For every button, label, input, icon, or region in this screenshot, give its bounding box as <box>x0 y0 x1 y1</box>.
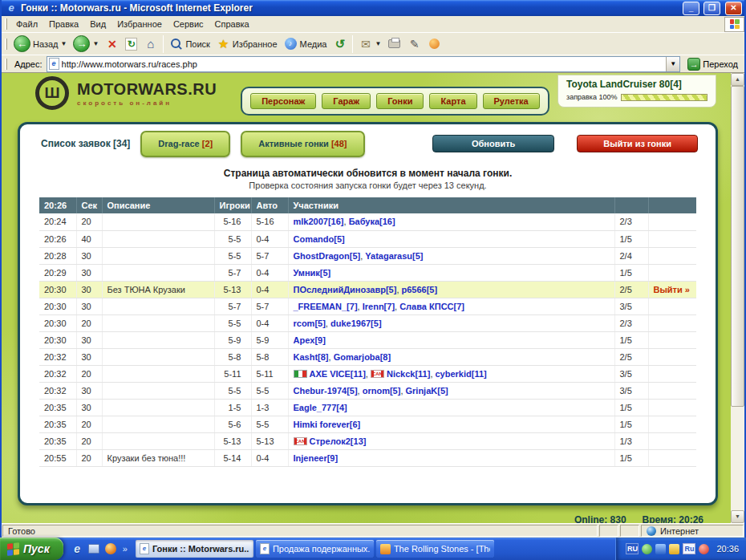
player-link[interactable]: Apex[9] <box>294 335 326 345</box>
player-link[interactable]: _FREEMAN_[7] <box>294 302 358 311</box>
menu-favorites[interactable]: Избранное <box>111 18 168 30</box>
player-link[interactable]: Nickck[11] <box>387 369 430 379</box>
tab-drag-race[interactable]: Drag-race [2] <box>140 131 230 157</box>
fuel-label: заправка 100% <box>566 93 617 101</box>
races-col-header-2: Описание <box>102 197 214 213</box>
messenger-button[interactable] <box>424 34 444 54</box>
player-link[interactable]: Irenn[7] <box>363 302 395 311</box>
player-link[interactable]: Стрелок2[13] <box>310 436 367 446</box>
address-dropdown-button[interactable]: ▼ <box>666 57 679 71</box>
scroll-down-button[interactable]: ▼ <box>731 510 744 523</box>
nav-button-character[interactable]: Персонаж <box>250 93 316 109</box>
maximize-button[interactable]: ❐ <box>703 2 720 15</box>
menu-edit[interactable]: Правка <box>43 18 84 30</box>
refresh-races-button[interactable]: Обновить <box>432 135 554 152</box>
player-link[interactable]: Injeneer[9] <box>294 453 339 463</box>
player-link[interactable]: mlk2007[16] <box>294 217 344 226</box>
player-link[interactable]: Слава КПСС[7] <box>399 302 464 311</box>
player-link[interactable]: Умник[5] <box>294 268 331 278</box>
player-link[interactable]: Gomarjoba[8] <box>334 352 391 362</box>
quicklaunch-more-chevron[interactable]: » <box>121 544 129 554</box>
tray-icon-4[interactable] <box>699 544 709 554</box>
nav-button-garage[interactable]: Гараж <box>322 93 371 109</box>
menu-view[interactable]: Вид <box>84 18 111 30</box>
player-link[interactable]: Yatagarasu[5] <box>365 251 423 261</box>
favorites-button[interactable]: ★ Избранное <box>213 34 281 54</box>
logo-mark: Ш <box>44 84 59 102</box>
exit-race-link[interactable]: Выйти » <box>654 285 690 294</box>
tray-icon-3[interactable] <box>669 544 679 554</box>
taskbar-task-1[interactable]: eГонки :: Motorwars.ru... <box>136 540 253 558</box>
race-action <box>648 382 696 399</box>
address-input[interactable] <box>62 57 667 71</box>
minimize-button[interactable]: _ <box>683 2 699 15</box>
nav-button-races[interactable]: Гонки <box>376 93 424 109</box>
player-link[interactable]: GrinjaK[5] <box>406 386 448 396</box>
quicklaunch-show-desktop-icon[interactable] <box>87 542 101 556</box>
mail-button[interactable]: ✉ ▼ <box>355 34 384 54</box>
taskbar-task-2[interactable]: eПродажа подержанных... <box>256 540 374 558</box>
player-link[interactable]: Kasht[8] <box>294 352 329 362</box>
quicklaunch-ie-icon[interactable]: e <box>71 542 84 556</box>
player-link[interactable]: duke1967[5] <box>330 319 382 328</box>
player-link[interactable]: p6566[5] <box>402 285 438 294</box>
internet-globe-icon <box>647 526 656 536</box>
search-button[interactable]: Поиск <box>166 34 213 54</box>
quicklaunch-media-player-icon[interactable] <box>104 542 118 556</box>
request-list-count: [34] <box>113 138 130 149</box>
language-indicator-2[interactable]: Ru <box>683 543 695 554</box>
go-button[interactable]: → Переход <box>684 58 741 71</box>
task-title: The Rolling Stones - [The... <box>394 544 490 554</box>
race-desc <box>102 314 214 331</box>
nav-button-roulette[interactable]: Рулетка <box>483 93 540 109</box>
addressbar-grip[interactable] <box>5 59 7 70</box>
menu-file[interactable]: Файл <box>10 18 43 30</box>
logo-block: MOTORWARS.RU скорость он-лайн <box>77 80 217 107</box>
scrollbar-thumb[interactable] <box>731 86 744 407</box>
race-desc <box>102 382 214 399</box>
menu-help[interactable]: Справка <box>209 18 255 30</box>
back-button[interactable]: ← Назад ▼ <box>10 34 70 54</box>
stop-button[interactable]: ✕ <box>102 34 122 54</box>
tab-active-races[interactable]: Активные гонки [48] <box>241 131 364 157</box>
race-slots: 2/5 <box>614 348 648 365</box>
scrollbar-track[interactable] <box>731 407 744 510</box>
player-link[interactable]: rcom[5] <box>294 319 326 328</box>
scroll-up-button[interactable]: ▲ <box>731 73 744 86</box>
player-link[interactable]: Comando[5] <box>294 234 345 244</box>
forward-button[interactable]: → ▼ <box>70 34 102 54</box>
edit-button[interactable]: ✎ <box>404 34 424 54</box>
player-link[interactable]: Himki forever[6] <box>294 420 361 429</box>
player-link[interactable]: GhostDragon[5] <box>294 251 361 261</box>
language-indicator[interactable]: RU <box>626 543 639 554</box>
site-logo-text: MOTORWARS.RU <box>77 80 217 99</box>
print-button[interactable] <box>384 34 404 54</box>
exit-race-button[interactable]: Выйти из гонки <box>577 135 698 152</box>
toolbar-grip[interactable] <box>5 39 7 50</box>
media-button[interactable]: ♪ Медиа <box>281 34 330 54</box>
player-link[interactable]: cyberkid[11] <box>436 369 487 379</box>
race-row: 20:32205-115-11AXE VICE[11], CANNickck[1… <box>39 365 696 382</box>
race-row: 20:32305-55-5Chebur-1974[5], ornom[5], G… <box>39 382 696 399</box>
menubar-grip[interactable] <box>5 18 7 30</box>
close-button[interactable]: ✕ <box>725 2 742 15</box>
tray-icon-1[interactable] <box>642 544 652 554</box>
player-link[interactable]: Chebur-1974[5] <box>294 386 358 396</box>
race-participants: Himki forever[6] <box>288 416 614 432</box>
race-players: 1-5 <box>214 399 251 416</box>
player-link[interactable]: Бабука[16] <box>349 217 395 226</box>
history-button[interactable]: ↺ <box>330 34 350 54</box>
nav-button-map[interactable]: Карта <box>429 93 476 109</box>
player-link[interactable]: Eagle_777[4] <box>294 403 347 412</box>
tray-icon-2[interactable] <box>655 544 666 554</box>
player-link[interactable]: ПОследнийДинозавр[5] <box>294 285 397 294</box>
player-link[interactable]: AXE VICE[11] <box>310 369 366 379</box>
taskbar-task-3[interactable]: The Rolling Stones - [The... <box>376 540 494 558</box>
home-button[interactable]: ⌂ <box>140 34 160 54</box>
menu-tools[interactable]: Сервис <box>168 18 209 30</box>
race-desc <box>102 230 214 247</box>
menu-items: ФайлПравкаВидИзбранноеСервисСправка <box>10 18 255 30</box>
start-button[interactable]: Пуск <box>0 538 63 560</box>
player-link[interactable]: ornom[5] <box>363 386 401 396</box>
refresh-button[interactable]: ↻ <box>122 34 140 54</box>
